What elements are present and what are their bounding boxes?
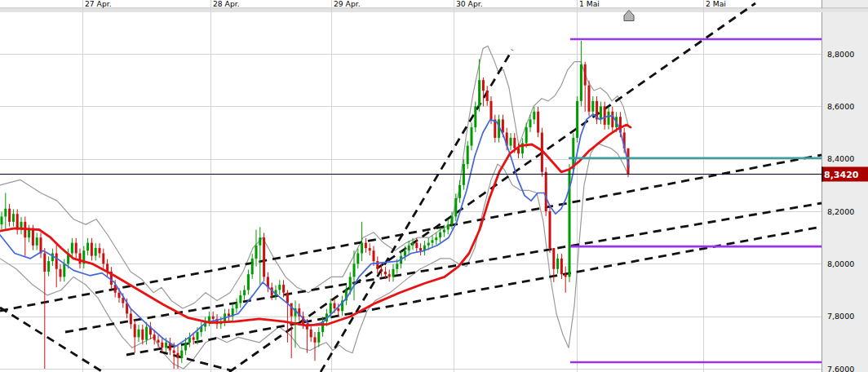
candle-body <box>454 198 457 217</box>
candle-body <box>584 64 587 86</box>
candle-body <box>247 274 250 290</box>
candle-body <box>165 343 167 348</box>
candle-body <box>604 106 606 125</box>
candle-body <box>451 216 454 224</box>
candle-body <box>4 209 7 217</box>
candle-body <box>432 240 434 242</box>
candle-body <box>75 243 78 254</box>
candle-body <box>412 243 414 246</box>
candle-body <box>502 119 504 132</box>
candle-body <box>435 237 437 240</box>
candle-body <box>349 277 352 290</box>
candle-body <box>549 211 551 248</box>
y-axis-label: 8,8000 <box>827 50 854 59</box>
candle-body <box>208 317 210 321</box>
candle-body <box>552 248 555 269</box>
candle-body <box>134 324 136 337</box>
candle-body <box>197 332 199 340</box>
candle-body <box>60 269 62 277</box>
candle-body <box>408 246 410 250</box>
candle-body <box>427 243 430 246</box>
candle-body <box>545 172 547 211</box>
candle-body <box>161 343 163 348</box>
candle-body <box>138 330 140 338</box>
candle-body <box>47 261 50 272</box>
candle-body <box>576 101 578 138</box>
candle-body <box>95 248 97 256</box>
candle-body <box>369 248 371 250</box>
candle-body <box>157 340 160 343</box>
candle-body <box>145 327 148 340</box>
y-axis-label: 8,2000 <box>827 207 854 216</box>
candle-body <box>482 80 485 91</box>
candle-body <box>591 101 594 112</box>
y-axis-label: 7,6000 <box>827 365 854 372</box>
candle-body <box>490 101 493 120</box>
candle-body <box>243 290 246 295</box>
candle-body <box>419 248 422 250</box>
candle-body <box>384 272 387 274</box>
candle-body <box>239 295 241 303</box>
candle-body <box>588 86 591 112</box>
candle-body <box>36 237 38 246</box>
candle-body <box>373 250 375 261</box>
candle-body <box>380 269 383 272</box>
candle-body <box>99 248 101 253</box>
candle-body <box>193 337 195 339</box>
candle-body <box>513 138 516 148</box>
candle-body <box>474 106 476 127</box>
candle-body <box>611 112 613 127</box>
candle-body <box>443 230 445 232</box>
candle-body <box>28 230 30 238</box>
candle-body <box>560 259 563 274</box>
candle-body <box>43 253 46 272</box>
candle-body <box>177 353 179 358</box>
candle-body <box>392 269 395 277</box>
candle-body <box>263 237 265 277</box>
candle-body <box>365 243 367 248</box>
candle-body <box>55 253 58 268</box>
candle-body <box>439 232 441 237</box>
candle-body <box>334 303 336 308</box>
candle-body <box>286 293 289 303</box>
candle-body <box>290 303 293 317</box>
candle-body <box>236 303 238 308</box>
candle-body <box>102 253 104 264</box>
candle-body <box>361 243 363 254</box>
candle-body <box>478 80 480 106</box>
candle-body <box>91 243 93 256</box>
y-axis-label: 8,0000 <box>827 259 854 268</box>
y-axis-label: 8,4000 <box>827 154 854 163</box>
candle-body <box>447 224 450 229</box>
current-price-badge-label: 8,3420 <box>824 170 859 180</box>
candle-body <box>153 334 156 339</box>
candle-body <box>282 285 285 293</box>
candle-body <box>251 259 254 274</box>
candle-body <box>8 209 11 222</box>
candle-body <box>471 127 473 146</box>
candle-body <box>86 243 89 251</box>
x-axis-label: 29 Apr. <box>334 0 361 8</box>
candle-body <box>376 261 379 269</box>
candle-body <box>467 146 469 165</box>
y-axis-label: 8,6000 <box>827 102 854 111</box>
candle-body <box>565 274 567 277</box>
candle-body <box>118 293 121 298</box>
plot-background <box>0 0 822 372</box>
x-axis-label: 1 Mai <box>579 0 600 8</box>
candle-body <box>529 119 532 127</box>
header-divider-band <box>0 9 868 13</box>
candle-body <box>12 214 15 222</box>
candle-body <box>525 127 528 143</box>
candle-body <box>556 259 559 269</box>
candle-body <box>537 112 539 133</box>
current-price-badge-edge <box>822 167 823 182</box>
candle-body <box>356 253 359 264</box>
candle-body <box>255 246 258 259</box>
candle-body <box>353 264 356 277</box>
candle-body <box>404 250 406 255</box>
candle-body <box>130 313 132 324</box>
candle-body <box>396 264 398 268</box>
candle-body <box>600 106 602 119</box>
candle-body <box>314 337 317 342</box>
